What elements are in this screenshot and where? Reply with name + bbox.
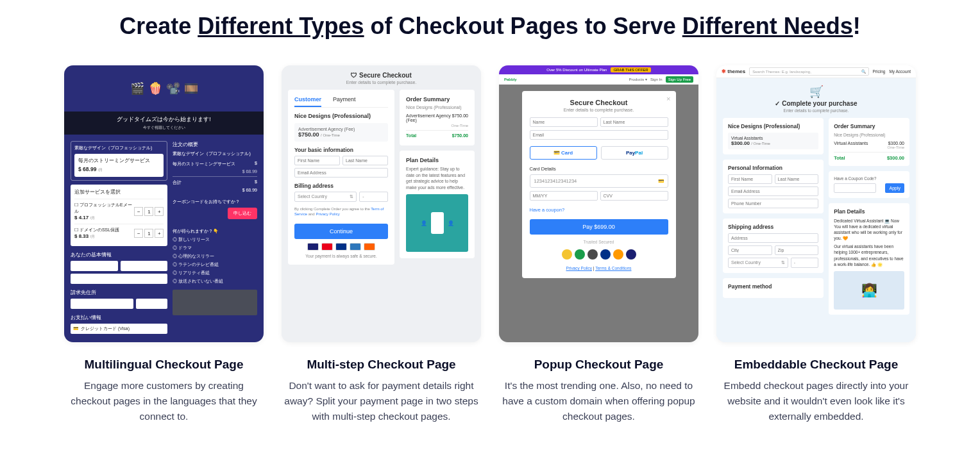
section-billing: 請求先住所: [71, 289, 167, 296]
last-name-input[interactable]: [121, 261, 168, 271]
section-payment: お支払い情報: [71, 314, 167, 321]
coupon-link[interactable]: Have a coupon?: [530, 207, 668, 213]
order-summary-title: 注文の概要: [173, 141, 257, 148]
addon-row[interactable]: ☐ ドメインのSSL保護 $ 8.33 /月 −1+: [74, 224, 164, 242]
addon-row[interactable]: ☐ プロフェッショナルEメール $ 4.17 /月 −1+: [74, 199, 164, 224]
coupon-label: クーポンコードをお持ちですか？: [173, 199, 257, 205]
thumbnail-multilingual: 🎬🍿📽️🎞️ グッドタイムズは今から始まります! 今すぐ視聴してください 素敵な…: [64, 65, 264, 342]
expiry-input[interactable]: [530, 191, 598, 201]
card-popup: Over 5% Discount on Ultimate PlanGRAB TH…: [499, 65, 698, 424]
card-title: Multi-step Checkout Page: [282, 358, 481, 372]
thumbnail-popup: Over 5% Discount on Ultimate PlanGRAB TH…: [499, 65, 698, 342]
state-select[interactable]: -: [359, 192, 388, 202]
plan-panel: Nice Designs (Professional) Virtual Assi…: [723, 118, 824, 154]
last-name-input[interactable]: [342, 156, 388, 165]
card-number-input[interactable]: 1234123412341234💳: [530, 174, 668, 188]
apply-button[interactable]: 申し込む: [228, 208, 257, 219]
card-title: Multilingual Checkout Page: [64, 358, 264, 372]
country-select[interactable]: Select Country ⇅: [294, 192, 357, 202]
payment-icons: [294, 243, 388, 251]
continue-button[interactable]: Continue: [294, 224, 388, 239]
card-title: Embeddable Checkout Page: [716, 358, 916, 372]
site-nav: ✱ themes Search Themes: E.g. landscaping…: [716, 65, 916, 78]
page-heading: Create Different Types of Checkout Pages…: [64, 13, 916, 40]
secure-checkout-title: 🛡 Secure Checkout: [288, 72, 475, 79]
plan-name: 素敵なデザイン（プロフェッショナル): [74, 145, 164, 151]
first-name-input[interactable]: [728, 174, 772, 184]
page-title: ✓ Complete your purchase: [723, 100, 909, 107]
coupon-input[interactable]: [834, 183, 876, 193]
last-name-input[interactable]: [600, 117, 668, 127]
brand-logo[interactable]: ✱ themes: [722, 69, 745, 74]
promo-image: [173, 290, 257, 315]
offer-bar: Over 5% Discount on Ultimate PlanGRAB TH…: [499, 65, 698, 74]
apply-button[interactable]: Apply: [885, 183, 904, 193]
phone-input[interactable]: [728, 199, 818, 208]
country-select[interactable]: Select Country ⇅: [728, 258, 788, 268]
terms-text: By clicking Complete Order you agree to …: [294, 207, 388, 217]
email-input[interactable]: [530, 130, 668, 140]
card-desc: It's the most trending one. Also, no nee…: [499, 378, 698, 424]
account-link[interactable]: My Account: [889, 69, 911, 74]
personal-panel: Personal Information: [723, 160, 824, 213]
thumbnail-embeddable: ✱ themes Search Themes: E.g. landscaping…: [716, 65, 916, 342]
popup-footer-links: Privacy Policy | Terms & Conditions: [530, 266, 668, 270]
pricing-link[interactable]: Pricing: [873, 69, 886, 74]
grab-offer-button[interactable]: GRAB THIS OFFER: [611, 67, 650, 72]
section-basic-info: Your basic information: [294, 147, 388, 153]
card-multistep: 🛡 Secure Checkout Enter details to compl…: [282, 65, 481, 424]
order-summary-panel: Order Summary Nice Designs (Professional…: [400, 90, 475, 145]
search-icon: 🔍: [861, 69, 866, 74]
thumbnail-multistep: 🛡 Secure Checkout Enter details to compl…: [282, 65, 481, 342]
site-nav: Pabbly Products ▾Sign InSign Up Free: [499, 74, 698, 85]
email-input[interactable]: [71, 274, 167, 284]
cards-grid: 🎬🍿📽️🎞️ グッドタイムズは今から始まります! 今すぐ視聴してください 素敵な…: [64, 65, 916, 424]
payment-toggle: 💳 Card PayPal: [530, 146, 668, 160]
brand-logo[interactable]: Pabbly: [504, 78, 517, 81]
email-input[interactable]: [294, 168, 388, 178]
card-desc: Don't want to ask for payment details ri…: [282, 378, 481, 424]
cvv-input[interactable]: [600, 191, 668, 201]
checkout-popup: × Secure Checkout Enter details to compl…: [522, 91, 676, 278]
stepper[interactable]: −1+: [134, 207, 164, 216]
tab-payment[interactable]: Payment: [333, 96, 356, 107]
addons-panel: 追加サービスを選択 ☐ プロフェッショナルEメール $ 4.17 /月 −1+: [71, 185, 167, 246]
tab-customer[interactable]: Customer: [294, 96, 321, 107]
hero-banner: グッドタイムズは今から始まります! 今すぐ視聴してください: [64, 112, 264, 135]
name-input[interactable]: [530, 117, 598, 127]
state-select[interactable]: -: [791, 258, 818, 268]
state-select[interactable]: [136, 299, 167, 309]
plan-item: 毎月のストリーミングサービス: [78, 158, 160, 164]
card-embeddable: ✱ themes Search Themes: E.g. landscaping…: [716, 65, 916, 424]
card-details-label: Card Details: [530, 166, 668, 172]
city-input[interactable]: [728, 245, 772, 255]
plan-name: Nice Designs (Professional): [294, 113, 388, 119]
signup-button[interactable]: Sign Up Free: [666, 76, 693, 83]
coupon-panel: Have a Coupon Code? Apply: [829, 171, 909, 198]
zip-input[interactable]: [775, 245, 819, 255]
section-basic-info: あなたの基本情報: [71, 251, 167, 258]
email-input[interactable]: [728, 186, 818, 196]
popup-title: Secure Checkout: [530, 99, 668, 106]
benefits-title: 何が得られますか？👇: [173, 228, 257, 235]
last-name-input[interactable]: [775, 174, 819, 184]
hero-icons: 🎬🍿📽️🎞️: [64, 65, 264, 112]
close-icon[interactable]: ×: [666, 95, 670, 103]
first-name-input[interactable]: [71, 261, 118, 271]
card-title: Popup Checkout Page: [499, 358, 698, 372]
card-multilingual: 🎬🍿📽️🎞️ グッドタイムズは今から始まります! 今すぐ視聴してください 素敵な…: [64, 65, 264, 424]
card-tab[interactable]: 💳 Card: [530, 146, 597, 160]
card-desc: Engage more customers by creating checko…: [64, 378, 264, 424]
pay-button[interactable]: Pay $699.00: [530, 219, 668, 235]
signin-link[interactable]: Sign In: [650, 78, 663, 81]
card-desc: Embedd checkout pages directly into your…: [716, 378, 916, 424]
first-name-input[interactable]: [294, 156, 340, 165]
paypal-tab[interactable]: PayPal: [601, 146, 668, 160]
stepper[interactable]: −1+: [134, 229, 164, 238]
plan-details-panel: Plan Details Dedicated Virtual Assistant…: [829, 203, 909, 315]
country-select[interactable]: [71, 299, 133, 309]
search-input[interactable]: Search Themes: E.g. landscaping,🔍: [749, 67, 868, 76]
address-input[interactable]: [728, 233, 818, 243]
card-select[interactable]: 💳 クレジットカード (Visa): [71, 324, 167, 334]
products-menu[interactable]: Products ▾: [629, 77, 647, 81]
